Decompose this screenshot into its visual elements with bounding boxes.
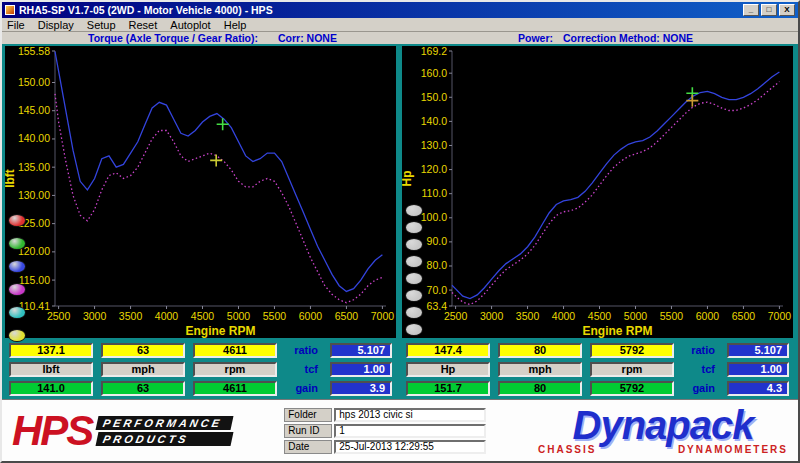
rpm-unit-label: rpm [590,362,674,377]
rpm-cursor-value: 5792 [590,343,674,358]
maximize-button[interactable]: □ [761,4,777,16]
close-button[interactable]: X [779,4,795,16]
folder-row: Folder hps 2013 civic si [284,408,486,422]
svg-text:7000: 7000 [371,310,395,322]
power-chart[interactable]: 169.2160.0150.0140.0130.0120.0110.0100.0… [402,46,793,338]
date-field[interactable]: 25-Jul-2013 12:29:55 [334,440,486,454]
svg-text:140.0: 140.0 [421,115,447,127]
torque-title: Torque (Axle Torque / Gear Ratio): [88,32,258,44]
run-select-button[interactable] [405,238,423,251]
svg-text:130.0: 130.0 [421,139,447,151]
tcf-label: tcf [285,362,322,377]
speed-peak-value: 63 [101,381,185,396]
svg-text:4000: 4000 [155,310,179,322]
power-title: Power: [518,32,553,44]
run-select-button[interactable] [405,272,423,285]
svg-text:3000: 3000 [83,310,107,322]
menu-file[interactable]: File [7,19,25,31]
run-id-label: Run ID [284,424,332,438]
ratio-label: ratio [682,343,719,358]
run-select-button[interactable] [405,323,423,336]
tcf-value: 1.00 [727,362,789,377]
power-cursor-value: 147.4 [406,343,490,358]
svg-text:160.0: 160.0 [421,67,447,79]
svg-text:2500: 2500 [47,310,71,322]
svg-text:Hp: Hp [402,171,414,187]
gain-value: 3.9 [330,381,392,396]
charts-area: 155.58150.00145.00140.00135.00130.00125.… [2,44,798,340]
run-select-button[interactable] [8,260,26,273]
gain-label: gain [682,381,719,396]
svg-text:150.00: 150.00 [18,76,50,88]
dynapack-chassis-text: CHASSIS [538,444,596,455]
svg-text:3500: 3500 [516,310,540,322]
dynapack-logo-text: Dynapack [573,406,754,444]
svg-text:70.0: 70.0 [427,284,448,296]
svg-text:80.0: 80.0 [427,259,448,271]
menu-autoplot[interactable]: Autoplot [170,19,210,31]
svg-text:145.00: 145.00 [18,104,50,116]
ratio-value: 5.107 [330,343,392,358]
run-select-button[interactable] [8,214,26,227]
run-select-button[interactable] [405,255,423,268]
run-select-button[interactable] [8,283,26,296]
svg-text:4500: 4500 [191,310,215,322]
torque-correction-status: Corr: NONE [278,32,337,44]
run-select-button[interactable] [8,306,26,319]
run-select-button[interactable] [405,221,423,234]
menu-reset[interactable]: Reset [129,19,158,31]
svg-text:135.00: 135.00 [18,161,50,173]
tcf-label: tcf [682,362,719,377]
svg-text:4000: 4000 [552,310,576,322]
svg-text:6000: 6000 [696,310,720,322]
menu-help[interactable]: Help [224,19,247,31]
menu-setup[interactable]: Setup [87,19,116,31]
run-select-button[interactable] [405,289,423,302]
rpm-cursor-value: 4611 [193,343,277,358]
run-select-button[interactable] [405,204,423,217]
rpm-peak-value: 4611 [193,381,277,396]
torque-chart[interactable]: 155.58150.00145.00140.00135.00130.00125.… [5,46,396,338]
rpm-peak-value: 5792 [590,381,674,396]
power-correction-status: Correction Method: NONE [563,32,693,44]
folder-field[interactable]: hps 2013 civic si [334,408,486,422]
dynapack-logo: Dynapack CHASSIS DYNAMOMETERS [538,406,788,455]
run-id-row: Run ID 1 [284,424,486,438]
menu-display[interactable]: Display [38,19,74,31]
svg-text:100.0: 100.0 [421,211,447,223]
svg-text:Engine RPM: Engine RPM [185,324,255,338]
svg-text:3500: 3500 [119,310,143,322]
chart-header-strip: Torque (Axle Torque / Gear Ratio): Corr:… [2,32,798,44]
svg-text:7000: 7000 [768,310,792,322]
svg-text:130.00: 130.00 [18,189,50,201]
hps-logo-line1: PERFORMANCE [96,416,234,430]
torque-cursor-value: 137.1 [9,343,93,358]
svg-text:155.58: 155.58 [18,46,50,57]
run-select-button[interactable] [8,237,26,250]
power-run-buttons [405,204,423,336]
torque-peak-value: 141.0 [9,381,93,396]
svg-text:90.0: 90.0 [427,235,448,247]
gain-label: gain [285,381,322,396]
power-chart-panel: 169.2160.0150.0140.0130.0120.0110.0100.0… [402,46,793,338]
svg-text:4500: 4500 [588,310,612,322]
minimize-button[interactable]: _ [743,4,759,16]
window-controls: _ □ X [743,4,795,16]
date-label: Date [284,440,332,454]
speed-unit-label: mph [101,362,185,377]
svg-text:5500: 5500 [263,310,287,322]
hps-logo-line2: PRODUCTS [96,432,234,446]
titlebar[interactable]: RHA5-SP V1.7-05 (2WD - Motor Vehicle 400… [2,2,798,18]
hps-logo: HPS PERFORMANCE PRODUCTS [12,411,233,451]
hps-logo-bars: PERFORMANCE PRODUCTS [97,416,232,446]
power-peak-value: 151.7 [406,381,490,396]
svg-text:140.00: 140.00 [18,132,50,144]
svg-text:2500: 2500 [444,310,468,322]
date-row: Date 25-Jul-2013 12:29:55 [284,440,486,454]
run-select-button[interactable] [405,306,423,319]
run-select-button[interactable] [8,329,26,342]
ratio-value: 5.107 [727,343,789,358]
run-id-field[interactable]: 1 [334,424,486,438]
speed-cursor-value: 80 [498,343,582,358]
torque-chart-panel: 155.58150.00145.00140.00135.00130.00125.… [5,46,396,338]
